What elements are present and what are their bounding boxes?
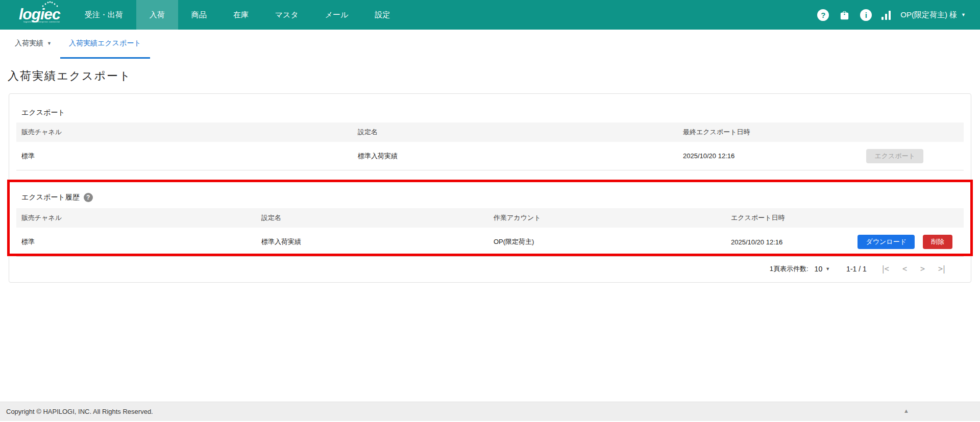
cell-sales-channel: 標準: [21, 152, 358, 161]
tab-label: 入荷実績: [15, 39, 43, 48]
stats-bars-icon[interactable]: [881, 10, 891, 20]
download-button[interactable]: ダウンロード: [857, 235, 915, 249]
logiec-logo[interactable]: logiec logistics & enterprise connector: [19, 0, 60, 30]
cell-setting-name: 標準入荷実績: [261, 237, 494, 246]
cell-setting-name: 標準入荷実績: [358, 152, 683, 161]
pagination-controls: |< < > >|: [881, 264, 945, 274]
navbar-right: ? i OP(限定荷主) 様 ▼: [817, 0, 980, 30]
chevron-down-icon: ▼: [961, 13, 966, 17]
export-card: エクスポート 販売チャネル 設定名 最終エクスポート日時 標準 標準入荷実績 2…: [9, 93, 971, 283]
column-header-setting-name: 設定名: [358, 128, 683, 137]
copyright-text: Copyright © HAPILOGI, INC. All Rights Re…: [6, 408, 153, 415]
nav-item-orders[interactable]: 受注・出荷: [71, 0, 136, 30]
sub-tabbar: 入荷実績 ▼ 入荷実績エクスポート: [0, 30, 980, 59]
tab-inbound-results-menu[interactable]: 入荷実績 ▼: [6, 30, 60, 59]
delete-button[interactable]: 削除: [923, 235, 952, 249]
column-header-sales-channel: 販売チャネル: [21, 128, 358, 137]
question-badge-icon[interactable]: ?: [84, 193, 93, 202]
first-page-icon[interactable]: |<: [881, 264, 888, 274]
next-page-icon[interactable]: >: [920, 264, 924, 274]
logo-dots-arc-icon: [41, 1, 59, 7]
chevron-down-icon: ▼: [825, 267, 830, 271]
per-page-label: 1頁表示件数:: [770, 264, 808, 274]
column-header-setting-name: 設定名: [261, 213, 494, 222]
column-header-export-datetime: エクスポート日時: [731, 213, 959, 222]
export-history-section: エクスポート履歴 ? 販売チャネル 設定名 作業アカウント エクスポート日時 標…: [21, 179, 959, 257]
row-actions: ダウンロード 削除: [857, 235, 952, 249]
main-menu: 受注・出荷 入荷 商品 在庫 マスタ メール 設定: [71, 0, 404, 30]
pagination: 1頁表示件数: 10 ▼ 1-1 / 1 |< < > >|: [21, 257, 959, 281]
info-icon[interactable]: i: [860, 9, 872, 21]
nav-item-inbound[interactable]: 入荷: [136, 0, 178, 30]
page-range: 1-1 / 1: [846, 265, 867, 273]
nav-item-products[interactable]: 商品: [178, 0, 220, 30]
column-header-sales-channel: 販売チャネル: [21, 213, 261, 222]
export-section-label: エクスポート: [21, 108, 65, 117]
user-menu[interactable]: OP(限定荷主) 様 ▼: [900, 10, 966, 20]
history-table-row: 標準 標準入荷実績 OP(限定荷主) 2025/10/20 12:16 ダウンロ…: [16, 228, 964, 257]
footer: Copyright © HAPILOGI, INC. All Rights Re…: [0, 402, 980, 421]
history-table-header: 販売チャネル 設定名 作業アカウント エクスポート日時: [16, 208, 964, 228]
export-table-header: 販売チャネル 設定名 最終エクスポート日時: [16, 122, 964, 142]
top-navbar: logiec logistics & enterprise connector …: [0, 0, 980, 30]
nav-item-settings[interactable]: 設定: [361, 0, 403, 30]
last-page-icon[interactable]: >|: [938, 264, 945, 274]
nav-item-mail[interactable]: メール: [312, 0, 362, 30]
export-button[interactable]: エクスポート: [866, 149, 923, 163]
column-header-work-account: 作業アカウント: [494, 213, 731, 222]
nav-item-stock[interactable]: 在庫: [220, 0, 262, 30]
history-section-title: エクスポート履歴 ?: [21, 179, 959, 202]
help-icon[interactable]: ?: [817, 9, 829, 21]
logo-tagline: logistics & enterprise connector: [23, 20, 60, 23]
export-section-title: エクスポート: [21, 94, 959, 117]
history-section-label: エクスポート履歴: [21, 193, 80, 202]
tab-inbound-results-export[interactable]: 入荷実績エクスポート: [60, 30, 150, 59]
tab-label: 入荷実績エクスポート: [69, 39, 141, 48]
column-header-last-export-datetime: 最終エクスポート日時: [683, 128, 959, 137]
cell-work-account: OP(限定荷主): [494, 237, 731, 246]
user-name: OP(限定荷主) 様: [900, 10, 957, 20]
nav-item-master[interactable]: マスタ: [262, 0, 312, 30]
logo-text: logiec: [19, 7, 60, 21]
bag-icon[interactable]: [839, 9, 850, 21]
per-page-value: 10: [815, 265, 823, 273]
per-page-select[interactable]: 10 ▼: [815, 265, 830, 273]
export-table-row: 標準 標準入荷実績 2025/10/20 12:16 エクスポート: [16, 142, 964, 170]
page-title: 入荷実績エクスポート: [8, 68, 980, 84]
cell-sales-channel: 標準: [21, 237, 261, 246]
collapse-up-icon[interactable]: ▲: [903, 408, 909, 414]
chevron-down-icon: ▼: [47, 41, 52, 46]
prev-page-icon[interactable]: <: [902, 264, 906, 274]
